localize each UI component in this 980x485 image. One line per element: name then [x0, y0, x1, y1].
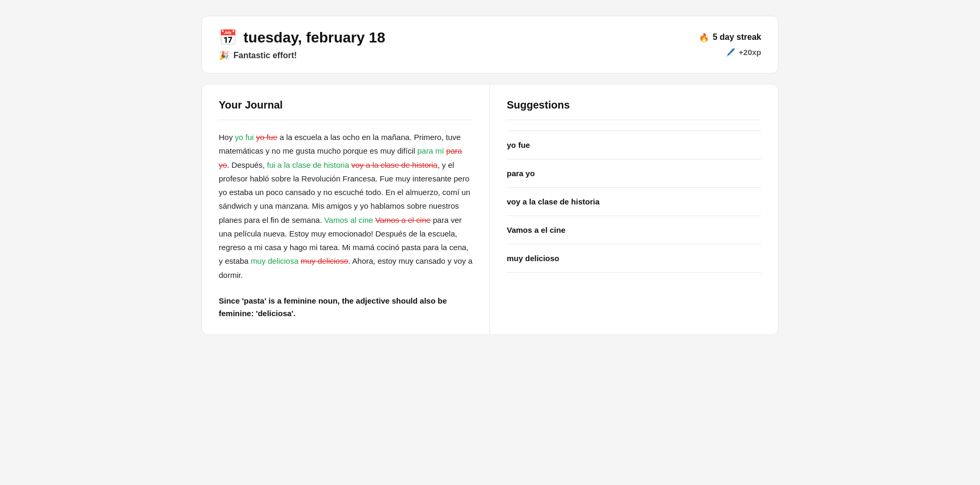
suggestions-title: Suggestions — [507, 99, 761, 120]
header-left: 📅 tuesday, february 18 🎉 Fantastic effor… — [219, 29, 385, 60]
incorrect-word: muy delicioso — [301, 256, 348, 265]
header-date-row: 📅 tuesday, february 18 — [219, 29, 385, 46]
journal-panel: Your Journal Hoy yo fui yo fue a la escu… — [202, 84, 490, 335]
xp-text: +20xp — [739, 48, 761, 57]
feedback-note: Since 'pasta' is a feminine noun, the ad… — [219, 295, 473, 320]
correct-word: Vamos al cine — [324, 215, 373, 224]
suggestion-item[interactable]: voy a la clase de historia — [507, 188, 761, 216]
xp-icon: 🖊️ — [726, 48, 736, 57]
header-card: 📅 tuesday, february 18 🎉 Fantastic effor… — [201, 16, 779, 73]
suggestion-item[interactable]: muy delicioso — [507, 244, 761, 273]
correct-word: para mí — [418, 146, 444, 155]
suggestion-item[interactable]: yo fue — [507, 131, 761, 159]
streak-text: 5 day streak — [712, 33, 761, 42]
suggestion-item[interactable]: Vamos a el cine — [507, 216, 761, 244]
journal-title: Your Journal — [219, 99, 473, 120]
party-icon: 🎉 — [219, 50, 229, 60]
header-subtitle: 🎉 Fantastic effort! — [219, 50, 385, 60]
subtitle-text: Fantastic effort! — [233, 51, 297, 60]
header-right: 🔥 5 day streak 🖊️ +20xp — [699, 33, 761, 57]
suggestions-panel: Suggestions yo fue para yo voy a la clas… — [490, 84, 778, 335]
suggestion-item[interactable]: para yo — [507, 159, 761, 188]
main-columns: Your Journal Hoy yo fui yo fue a la escu… — [201, 84, 779, 335]
correct-word: fui a la clase de historia — [267, 160, 349, 169]
streak-badge: 🔥 5 day streak — [699, 33, 761, 42]
xp-badge: 🖊️ +20xp — [726, 48, 761, 57]
header-date: tuesday, february 18 — [243, 29, 385, 46]
suggestions-list: yo fue para yo voy a la clase de histori… — [507, 131, 761, 273]
incorrect-word: Vamos a el cine — [375, 215, 431, 224]
incorrect-word: yo fue — [256, 133, 278, 142]
incorrect-word: voy a la clase de historia — [351, 160, 438, 169]
main-container: 📅 tuesday, february 18 🎉 Fantastic effor… — [201, 16, 779, 335]
journal-text: Hoy yo fui yo fue a la escuela a las och… — [219, 131, 473, 282]
correct-word: yo fui — [235, 133, 254, 142]
correct-word: muy deliciosa — [251, 256, 299, 265]
calendar-icon: 📅 — [219, 29, 237, 46]
fire-icon: 🔥 — [699, 33, 709, 42]
